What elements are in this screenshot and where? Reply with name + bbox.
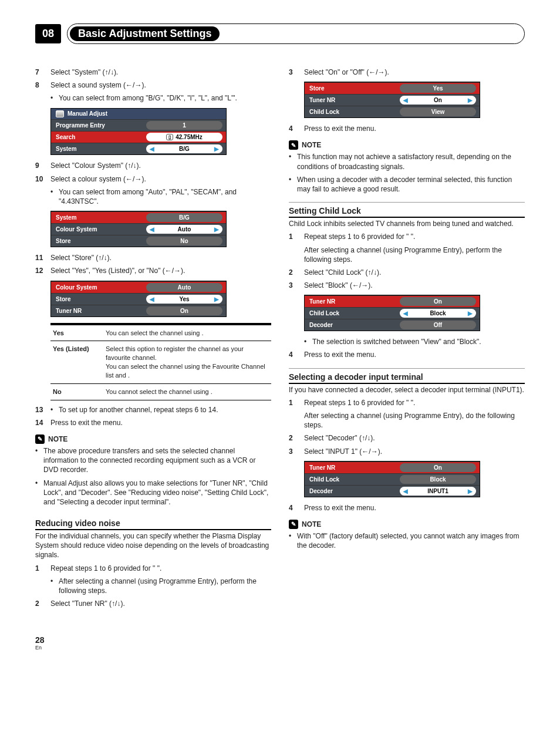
right-arrow-icon: ▶: [214, 226, 219, 233]
step-7: Select "System" (↑/↓).: [50, 68, 118, 76]
pencil-icon: ✎: [35, 434, 45, 444]
left-arrow-icon: ◀: [150, 296, 154, 302]
note-a: This function may not achieve a satisfac…: [289, 152, 525, 171]
decoder-step-1: Repeat steps 1 to 6 provided for " ".: [304, 399, 415, 407]
reduce-step-2: Select "Tuner NR" (↑/↓).: [50, 599, 125, 608]
step-12: Select "Yes", "Yes (Listed)", or "No" (←…: [50, 267, 185, 275]
right-arrow-icon: ▶: [214, 146, 219, 152]
right-step-3: Select "On" or "Off" (←/→).: [304, 68, 389, 76]
reduce-step-1b: After selecting a channel (using Program…: [50, 577, 271, 595]
right-arrow-icon: ▶: [468, 488, 473, 494]
note-label: NOTE: [302, 520, 321, 528]
chapter-title-pill: Basic Adjustment Settings: [67, 23, 525, 44]
right-arrow-icon: ▶: [468, 310, 473, 316]
pencil-icon: ✎: [289, 520, 298, 529]
page-footer: 28 En: [35, 635, 525, 651]
child-step-3: Select "Child Lock" (↑/↓).: [304, 268, 381, 277]
store-definitions-table: YesYou can select the channel using . Ye…: [50, 323, 271, 400]
step-11: Select "Store" (↑/↓).: [50, 254, 112, 262]
step-14: Press to exit the menu.: [50, 419, 123, 427]
cartridge-icon: ▯: [166, 134, 173, 140]
pencil-icon: ✎: [289, 140, 298, 150]
child-step-4: Select "Block" (←/→).: [304, 281, 373, 289]
child-step-5: Press to exit the menu.: [304, 351, 376, 359]
heading-decoder: Selecting a decoder input terminal: [289, 368, 525, 384]
chapter-title: Basic Adjustment Settings: [70, 26, 220, 41]
menu-manual-adjust: Manual Adjust Programme Entry1 Search▯42…: [50, 108, 227, 156]
step-9: Select "Colour System" (↑/↓).: [50, 161, 141, 170]
left-arrow-icon: ◀: [150, 146, 154, 152]
step-8-bullet: You can select from among "B/G", "D/K", …: [50, 93, 271, 103]
note-2: Manual Adjust also allows you to make se…: [35, 479, 271, 507]
page-language: En: [35, 645, 525, 651]
right-arrow-icon: ▶: [214, 296, 219, 302]
page-number: 28: [35, 635, 525, 645]
menu-store: Colour SystemAuto Store◀Yes▶ Tuner NROn: [50, 281, 227, 317]
menu-colour-system: SystemB/G Colour System◀Auto▶ StoreNo: [50, 211, 227, 247]
note-1: The above procedure transfers and sets t…: [35, 446, 271, 475]
left-arrow-icon: ◀: [403, 488, 408, 494]
child-step-1: Repeat steps 1 to 6 provided for " ".: [304, 233, 415, 241]
left-arrow-icon: ◀: [403, 97, 408, 103]
step-13: To set up for another channel, repeat st…: [50, 405, 271, 415]
decoder-step-5: Press to exit the menu.: [304, 504, 376, 512]
child-step-2: After selecting a channel (using Program…: [304, 246, 502, 264]
left-column: 7Select "System" (↑/↓). 8Select a sound …: [35, 68, 271, 612]
menu-decoder: Tuner NROn Child LockBlock Decoder◀INPUT…: [304, 461, 480, 497]
child-lock-intro: Child Lock inhibits selected TV channels…: [289, 219, 525, 228]
heading-child-lock: Setting Child Lock: [289, 202, 525, 218]
right-column: 3Select "On" or "Off" (←/→). StoreYes Tu…: [289, 68, 525, 612]
menu-tuner-nr: StoreYes Tuner NR◀On▶ Child LockView: [304, 82, 480, 118]
note-c: With "Off" (factory default) selected, y…: [289, 531, 525, 550]
right-step-4: Press to exit the menu.: [304, 124, 376, 133]
decoder-step-4: Select "INPUT 1" (←/→).: [304, 447, 382, 456]
note-label: NOTE: [48, 435, 68, 443]
wrench-icon: [56, 110, 64, 117]
reduce-step-1: Repeat steps 1 to 6 provided for " ".: [50, 564, 161, 572]
step-10: Select a colour system (←/→).: [50, 175, 146, 183]
step-8: Select a sound system (←/→).: [50, 81, 146, 89]
child-bullet: The selection is switched between "View"…: [304, 337, 525, 346]
heading-reducing-video-noise: Reducing video noise: [35, 515, 271, 530]
reducing-video-noise-intro: For the individual channels, you can spe…: [35, 531, 271, 560]
left-arrow-icon: ◀: [403, 310, 408, 316]
right-arrow-icon: ▶: [468, 97, 473, 103]
decoder-step-3: Select "Decoder" (↑/↓).: [304, 434, 375, 442]
note-b: When using a decoder with a decoder term…: [289, 175, 525, 194]
chapter-number-badge: 08: [35, 24, 61, 43]
decoder-intro: If you have connected a decoder, select …: [289, 385, 525, 395]
note-label: NOTE: [302, 141, 321, 149]
left-arrow-icon: ◀: [150, 226, 154, 233]
chapter-header: 08 Basic Adjustment Settings: [35, 23, 525, 44]
decoder-step-2: After selecting a channel (using Program…: [304, 412, 515, 429]
menu-child-lock: Tuner NROn Child Lock◀Block▶ DecoderOff: [304, 295, 480, 331]
step-10-bullet: You can select from among "Auto", "PAL",…: [50, 187, 271, 206]
